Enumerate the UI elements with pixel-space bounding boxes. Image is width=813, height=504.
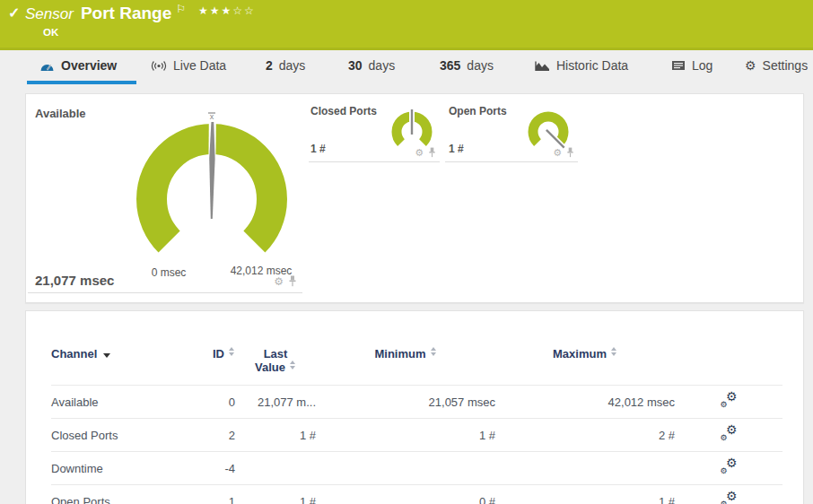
prtg-sensor-page: ✓ Sensor Port Range ⚐ ★★★☆☆ OK Overview …	[0, 0, 813, 504]
gauge-current-value: 1 #	[449, 143, 464, 155]
historic-chart-icon	[535, 60, 550, 72]
channel-last-value: 21,077 m...	[235, 386, 316, 419]
tab-live-data-label: Live Data	[173, 58, 226, 73]
tab-2-days-label: days	[279, 58, 306, 73]
log-list-icon	[671, 60, 686, 71]
tab-log-label: Log	[692, 58, 712, 73]
sort-icon	[290, 361, 296, 369]
column-header-channel[interactable]: Channel	[51, 345, 186, 386]
channel-minimum: 1 #	[316, 419, 495, 452]
column-header-last-value[interactable]: Last Value	[235, 345, 316, 386]
gauge-title: Closed Ports	[310, 105, 377, 117]
sort-icon	[611, 347, 617, 356]
tab-30-days-label: days	[369, 58, 396, 73]
gauge-title: Open Ports	[449, 105, 507, 117]
live-data-icon	[151, 60, 167, 72]
column-header-id[interactable]: ID	[186, 345, 235, 386]
object-kind-label: Sensor	[25, 5, 74, 23]
tab-settings-label: Settings	[763, 58, 809, 73]
priority-stars[interactable]: ★★★☆☆	[198, 4, 256, 17]
channel-name[interactable]: Closed Ports	[51, 419, 186, 452]
gauge-panel-open-ports[interactable]: Open Ports 1 # ⚙	[445, 96, 578, 162]
channel-name[interactable]: Available	[51, 386, 186, 419]
tab-365-days[interactable]: 365 days	[440, 50, 494, 81]
gauge-title: Available	[35, 107, 86, 120]
gauge-panel-actions: ⚙	[415, 147, 436, 158]
tab-historic-data-label: Historic Data	[556, 58, 628, 73]
channels-table-card: Channel ID Last Value Minimum Maximum	[25, 310, 804, 504]
active-tab-indicator	[27, 81, 136, 84]
table-row-downtime[interactable]: Downtime -4 ⚙⚙	[51, 452, 782, 485]
gauge-settings-gear-icon[interactable]: ⚙	[274, 276, 284, 287]
tab-historic-data[interactable]: Historic Data	[535, 50, 628, 81]
settings-gear-icon: ⚙	[745, 58, 756, 73]
gauge-icon	[39, 60, 55, 72]
gauge-current-value: 21,077 msec	[35, 273, 114, 288]
sort-icon	[431, 347, 437, 356]
tab-bar: Overview Live Data 2 days 30 days 365 da…	[0, 50, 813, 85]
gauge-current-value: 1 #	[310, 143, 326, 155]
tab-overview[interactable]: Overview	[39, 50, 117, 81]
channel-settings-icon[interactable]: ⚙⚙	[721, 393, 738, 408]
tab-live-data[interactable]: Live Data	[151, 50, 226, 81]
gauges-card: Available x 0 msec 42,012 msec 21,077 ms…	[25, 93, 804, 303]
gauge-settings-gear-icon[interactable]: ⚙	[553, 147, 562, 158]
channel-settings-icon[interactable]: ⚙⚙	[721, 426, 738, 441]
tab-2-days-number: 2	[266, 58, 273, 73]
channel-id: 2	[186, 419, 235, 452]
channel-minimum: 21,057 msec	[316, 386, 495, 419]
channel-last-value: 1 #	[235, 485, 316, 504]
stars-empty: ☆☆	[232, 4, 256, 17]
tab-30-days-number: 30	[348, 58, 363, 73]
gauge-panel-actions: ⚙	[274, 275, 297, 287]
channel-maximum: 1 #	[495, 485, 675, 504]
gauge-panel-closed-ports[interactable]: Closed Ports 1 # ⚙	[309, 96, 440, 162]
channel-minimum: 0 #	[316, 485, 495, 504]
channel-id: -4	[186, 452, 235, 485]
pin-icon[interactable]	[288, 275, 297, 287]
channel-maximum	[495, 452, 675, 485]
channel-maximum: 42,012 msec	[495, 386, 675, 419]
mean-marker: x	[210, 112, 214, 121]
tab-log[interactable]: Log	[671, 50, 712, 81]
sort-icon	[229, 347, 235, 356]
column-header-minimum[interactable]: Minimum	[316, 345, 495, 386]
channel-last-value: 1 #	[235, 419, 316, 452]
column-header-maximum[interactable]: Maximum	[495, 345, 675, 386]
pin-icon[interactable]	[566, 147, 574, 158]
tab-365-days-number: 365	[440, 58, 460, 73]
tab-2-days[interactable]: 2 days	[266, 50, 305, 81]
sensor-status-header: ✓ Sensor Port Range ⚐ ★★★☆☆ OK	[0, 0, 813, 50]
sensor-status-text: OK	[43, 27, 58, 38]
sensor-title: Port Range	[81, 4, 171, 23]
flag-icon[interactable]: ⚐	[176, 3, 186, 15]
gauge-panel-available[interactable]: Available x 0 msec 42,012 msec 21,077 ms…	[28, 96, 302, 293]
sort-desc-icon	[103, 353, 110, 358]
channel-id: 1	[186, 485, 235, 504]
gauge-settings-gear-icon[interactable]: ⚙	[415, 147, 424, 158]
tab-settings[interactable]: ⚙ Settings	[745, 50, 808, 81]
column-header-actions	[675, 345, 782, 386]
tab-30-days[interactable]: 30 days	[348, 50, 395, 81]
status-ok-check-icon: ✓	[8, 4, 20, 22]
tab-365-days-label: days	[467, 58, 494, 73]
channel-settings-icon[interactable]: ⚙⚙	[721, 459, 738, 474]
channel-name[interactable]: Downtime	[51, 452, 186, 485]
tab-overview-label: Overview	[61, 58, 117, 73]
stars-filled: ★★★	[198, 4, 232, 17]
channel-name[interactable]: Open Ports	[51, 485, 186, 504]
gauge-scale-min: 0 msec	[133, 266, 205, 279]
channel-last-value	[235, 452, 316, 485]
table-row-closed-ports[interactable]: Closed Ports 2 1 # 1 # 2 # ⚙⚙	[51, 419, 782, 452]
table-row-open-ports[interactable]: Open Ports 1 1 # 0 # 1 # ⚙⚙	[51, 485, 782, 504]
pin-icon[interactable]	[428, 147, 436, 158]
available-gauge: x	[122, 109, 302, 289]
gauge-panel-actions: ⚙	[553, 147, 574, 158]
channel-maximum: 2 #	[495, 419, 675, 452]
channel-minimum	[316, 452, 495, 485]
channel-settings-icon[interactable]: ⚙⚙	[721, 492, 738, 504]
channel-id: 0	[186, 386, 235, 419]
gauge-needle	[209, 120, 215, 219]
channels-table: Channel ID Last Value Minimum Maximum	[51, 345, 782, 504]
table-row-available[interactable]: Available 0 21,077 m... 21,057 msec 42,0…	[51, 386, 782, 419]
